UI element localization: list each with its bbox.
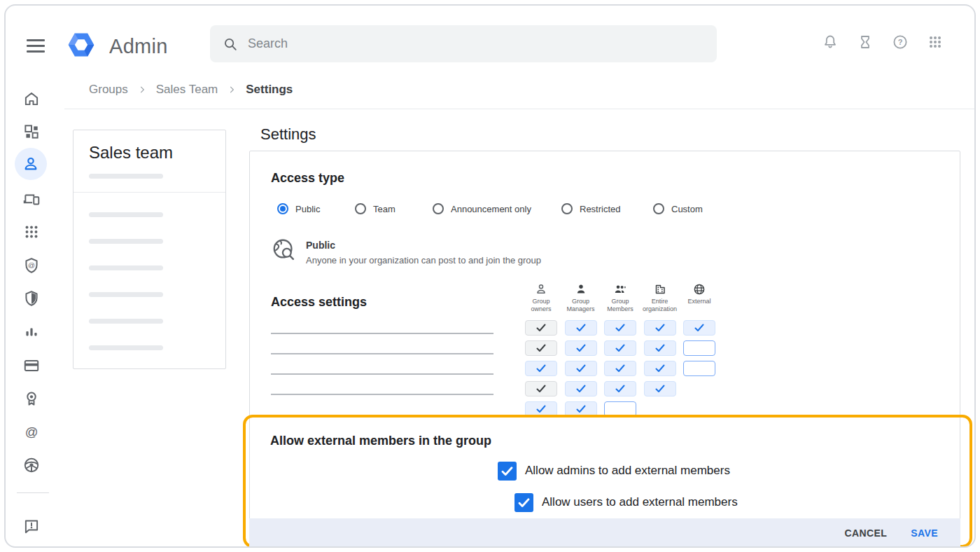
selected-access-description: Anyone in your organization can post to … <box>306 255 541 265</box>
skeleton-line <box>89 174 163 179</box>
svg-text:@: @ <box>25 425 38 439</box>
access-checkbox-checked-blue[interactable] <box>565 361 597 376</box>
access-checkbox-checked-blue[interactable] <box>644 340 676 356</box>
sidebar-item-home[interactable] <box>22 90 41 108</box>
column-header: Group owners <box>525 283 557 313</box>
breadcrumb-current: Settings <box>246 83 293 97</box>
radio-announcement-only[interactable]: Announcement only <box>433 203 531 214</box>
access-checkbox-checked-gray[interactable] <box>525 381 557 396</box>
setting-row-rule <box>271 333 493 334</box>
access-checkbox-unchecked[interactable] <box>683 340 715 356</box>
sidebar-item-apps[interactable] <box>22 223 41 241</box>
person-outline-icon <box>535 283 547 296</box>
breadcrumb: Groups Sales Team Settings <box>89 83 293 97</box>
access-checkbox-checked-blue[interactable] <box>644 361 676 376</box>
access-checkbox-checked-blue[interactable] <box>565 340 597 356</box>
globe-icon <box>693 283 706 296</box>
organization-icon <box>654 283 666 296</box>
skeleton-line <box>89 319 163 324</box>
column-header: Group Members <box>604 283 636 313</box>
column-label: Group owners <box>525 298 557 313</box>
access-checkbox-checked-blue[interactable] <box>683 320 715 336</box>
action-bar: CANCEL SAVE <box>249 518 960 547</box>
skeleton-line <box>89 292 163 297</box>
external-members-heading: Allow external members in the group <box>270 434 491 448</box>
allow-admins-label: Allow admins to add external members <box>525 464 730 478</box>
access-checkbox-checked-gray[interactable] <box>525 320 557 336</box>
access-checkbox-grid <box>525 320 715 417</box>
sidebar-item-dashboard[interactable] <box>22 123 41 141</box>
access-checkbox-checked-gray[interactable] <box>525 340 557 356</box>
globe-magnifier-icon <box>271 237 298 263</box>
radio-team[interactable]: Team <box>355 203 396 214</box>
access-checkbox-checked-blue[interactable] <box>604 320 636 336</box>
sidebar-item-security-shield[interactable] <box>22 289 41 308</box>
access-checkbox-checked-blue[interactable] <box>565 320 597 336</box>
breadcrumb-groups[interactable]: Groups <box>89 83 128 97</box>
sidebar-item-security-at-shield[interactable]: @ <box>22 256 41 275</box>
access-settings-heading: Access settings <box>271 295 367 310</box>
access-checkbox-checked-blue[interactable] <box>644 320 676 336</box>
skeleton-line <box>89 212 163 217</box>
column-label: Entire organization <box>643 298 677 313</box>
column-label: External <box>687 298 710 305</box>
radio-circle-icon <box>653 203 664 214</box>
search-input[interactable] <box>248 36 668 51</box>
admin-logo-icon <box>66 29 97 60</box>
column-label: Group Managers <box>565 298 597 313</box>
sidebar-item-billing-card[interactable] <box>22 357 41 375</box>
svg-text:?: ? <box>898 38 903 46</box>
people-icon <box>614 283 626 296</box>
notifications-bell-icon[interactable] <box>822 34 839 50</box>
sidebar-item-directory-active[interactable] <box>15 148 47 180</box>
access-type-heading: Access type <box>271 171 344 186</box>
access-checkbox-checked-blue[interactable] <box>525 361 557 376</box>
cancel-button[interactable]: CANCEL <box>845 527 888 539</box>
allow-users-label: Allow users to add external members <box>542 495 738 509</box>
radio-public[interactable]: Public <box>277 203 320 214</box>
selected-access-title: Public <box>306 240 335 251</box>
tasks-hourglass-icon[interactable] <box>857 34 874 50</box>
column-header: External <box>683 283 715 313</box>
column-header: Group Managers <box>565 283 597 313</box>
radio-circle-icon <box>355 203 366 214</box>
highlight-annotation-box: Allow external members in the group Allo… <box>243 415 972 548</box>
access-checkbox-checked-blue[interactable] <box>565 381 597 396</box>
admin-console-window: Admin ? Groups Sales Team Settings <box>4 4 976 548</box>
radio-custom[interactable]: Custom <box>653 203 703 214</box>
sidebar-item-at-sign[interactable]: @ <box>22 423 41 441</box>
access-checkbox-checked-blue[interactable] <box>644 381 676 396</box>
access-checkbox-checked-blue[interactable] <box>604 340 636 356</box>
group-card-divider <box>74 192 225 193</box>
setting-row-rule <box>271 353 493 354</box>
header-divider <box>64 109 974 109</box>
access-checkbox-checked-blue[interactable] <box>604 361 636 376</box>
sidebar-item-feedback[interactable] <box>22 517 41 535</box>
sidebar-item-reporting-chart[interactable] <box>22 323 41 341</box>
group-panel: Sales team <box>73 130 226 369</box>
sidebar-item-support-wheel[interactable] <box>22 456 41 474</box>
access-columns: Group ownersGroup ManagersGroup MembersE… <box>525 283 715 313</box>
access-checkbox-unchecked[interactable] <box>683 361 715 376</box>
radio-restricted[interactable]: Restricted <box>561 203 621 214</box>
access-checkbox-checked-blue[interactable] <box>604 381 636 396</box>
help-icon[interactable]: ? <box>892 34 909 50</box>
sidebar-item-badge[interactable] <box>22 389 41 408</box>
breadcrumb-sales-team[interactable]: Sales Team <box>156 83 218 97</box>
chevron-right-icon <box>227 85 237 95</box>
column-label: Group Members <box>604 298 636 313</box>
allow-admins-checkbox[interactable] <box>498 462 517 481</box>
radio-circle-icon <box>277 203 288 214</box>
sidebar-item-devices[interactable] <box>22 190 41 208</box>
skeleton-line <box>89 239 163 244</box>
sidebar-divider <box>17 492 49 493</box>
page-title: Settings <box>260 125 316 144</box>
apps-grid-icon[interactable] <box>927 34 944 50</box>
menu-icon[interactable] <box>27 39 45 53</box>
allow-users-checkbox[interactable] <box>514 493 533 512</box>
search-bar[interactable] <box>210 25 717 62</box>
save-button[interactable]: SAVE <box>911 527 938 539</box>
setting-row-rule <box>271 373 493 375</box>
svg-text:@: @ <box>28 261 35 269</box>
setting-row-rule <box>271 394 493 395</box>
